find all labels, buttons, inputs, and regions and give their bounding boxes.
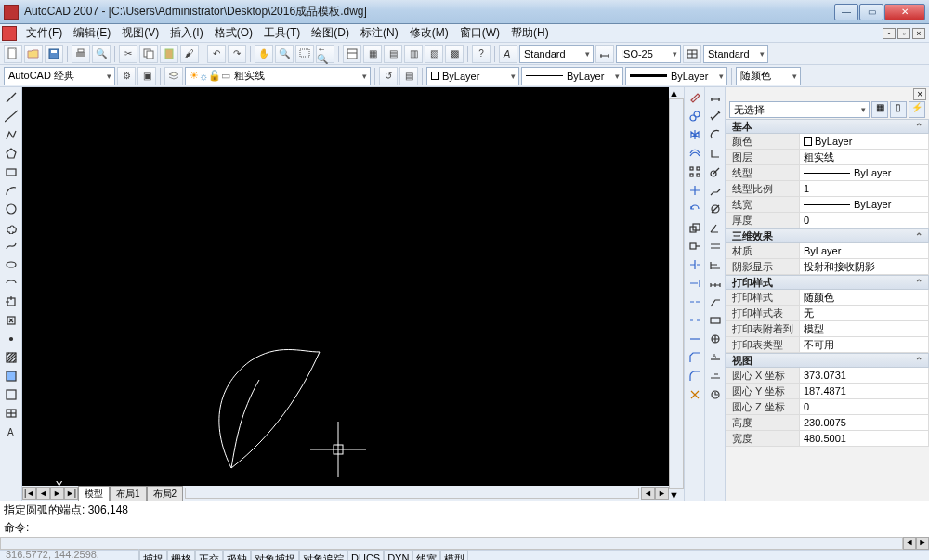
polygon-icon[interactable] [2, 145, 20, 162]
workspace-settings-icon[interactable]: ⚙ [117, 67, 136, 85]
circle-icon[interactable] [2, 201, 20, 217]
dim-radius-icon[interactable] [706, 163, 725, 180]
point-icon[interactable] [2, 331, 20, 347]
scroll-down-icon[interactable]: ▼ [669, 489, 684, 501]
prop-color-value[interactable]: ByLayer [800, 134, 929, 150]
prop-ptable-value[interactable]: 无 [800, 306, 929, 321]
prop-ltype-value[interactable]: ByLayer [800, 165, 929, 181]
text-style-combo[interactable]: Standard [519, 45, 594, 63]
ellipse-arc-icon[interactable] [2, 275, 20, 292]
zoom-prev-icon[interactable]: ←🔍 [316, 45, 334, 63]
explode-icon[interactable] [686, 386, 704, 403]
status-toggle-DYN[interactable]: DYN [384, 550, 412, 560]
tolerance-icon[interactable] [706, 312, 725, 329]
menu-window[interactable]: 窗口(W) [454, 24, 505, 42]
section-plot[interactable]: 打印样式⌃ [726, 275, 929, 290]
mtext-icon[interactable]: A [2, 423, 20, 440]
array-icon[interactable] [686, 163, 704, 180]
command-input[interactable] [29, 520, 925, 536]
scroll-left-icon[interactable]: ◄ [641, 487, 655, 500]
scroll-right-icon[interactable]: ► [655, 487, 669, 500]
prop-pstyle-value[interactable]: 随颜色 [800, 290, 929, 306]
tab-last-icon[interactable]: ►| [64, 487, 78, 500]
dim-continue-icon[interactable] [706, 275, 725, 292]
menu-dimension[interactable]: 标注(N) [355, 24, 404, 42]
coordinates-readout[interactable]: 316.5772, 144.2598, 0.0000 [0, 549, 139, 561]
dim-baseline-icon[interactable] [706, 256, 725, 273]
move-icon[interactable] [686, 182, 704, 199]
sheet-set-icon[interactable]: ▥ [404, 45, 423, 63]
join-icon[interactable] [686, 331, 704, 347]
status-toggle-DUCS[interactable]: DUCS [347, 550, 384, 560]
menu-insert[interactable]: 插入(I) [164, 24, 208, 42]
qleader-icon[interactable] [706, 293, 725, 310]
erase-icon[interactable] [686, 89, 704, 106]
status-toggle-模型[interactable]: 模型 [440, 550, 468, 560]
tablestyle-icon[interactable] [683, 45, 701, 63]
mdi-icon[interactable] [2, 26, 17, 41]
copy-obj-icon[interactable] [686, 108, 704, 124]
scale-icon[interactable] [686, 219, 704, 236]
hatch-icon[interactable] [2, 349, 20, 366]
design-center-icon[interactable]: ▦ [363, 45, 382, 63]
dim-diameter-icon[interactable] [706, 201, 725, 217]
menu-format[interactable]: 格式(O) [209, 24, 258, 42]
pan-icon[interactable]: ✋ [255, 45, 273, 63]
break-at-icon[interactable] [686, 293, 704, 310]
plot-preview-icon[interactable]: 🔍 [92, 45, 111, 63]
rectangle-icon[interactable] [2, 163, 20, 180]
textstyle-icon[interactable]: A [499, 45, 517, 63]
redo-icon[interactable]: ↷ [228, 45, 246, 63]
open-icon[interactable] [24, 45, 43, 63]
stretch-icon[interactable] [686, 238, 704, 254]
dim-update-icon[interactable] [706, 386, 725, 403]
menu-file[interactable]: 文件(F) [20, 24, 68, 42]
zoom-window-icon[interactable] [295, 45, 314, 63]
chamfer-icon[interactable] [686, 349, 704, 366]
palette-close-icon[interactable]: × [913, 88, 926, 100]
dim-aligned-icon[interactable] [706, 108, 725, 124]
insert-block-icon[interactable] [2, 293, 20, 310]
xline-icon[interactable] [2, 108, 20, 124]
tab-layout2[interactable]: 布局2 [147, 486, 184, 501]
line-icon[interactable] [2, 89, 20, 106]
arc-icon[interactable] [2, 182, 20, 199]
gradient-icon[interactable] [2, 368, 20, 384]
prop-thickness-value[interactable]: 0 [800, 213, 929, 228]
status-toggle-对象捕捉[interactable]: 对象捕捉 [251, 550, 299, 560]
tool-palettes-icon[interactable]: ▤ [384, 45, 402, 63]
prop-lweight-value[interactable]: ByLayer [800, 197, 929, 213]
v-scrollbar[interactable]: ▲ ▼ [669, 87, 684, 501]
zoom-rt-icon[interactable]: 🔍 [275, 45, 294, 63]
revcloud-icon[interactable] [2, 219, 20, 236]
dim-edit-icon[interactable]: A [706, 349, 725, 366]
menu-tools[interactable]: 工具(T) [258, 24, 306, 42]
paste-icon[interactable] [160, 45, 178, 63]
status-toggle-栅格[interactable]: 栅格 [167, 550, 195, 560]
drawing-canvas[interactable]: Y X [22, 87, 669, 486]
layer-prop-icon[interactable] [164, 67, 183, 85]
prop-shadow-value[interactable]: 投射和接收阴影 [800, 259, 929, 275]
prop-cx-value[interactable]: 373.0731 [800, 368, 929, 384]
tab-layout1[interactable]: 布局1 [110, 486, 147, 501]
make-block-icon[interactable] [2, 312, 20, 329]
offset-icon[interactable] [686, 145, 704, 162]
menu-view[interactable]: 视图(V) [116, 24, 164, 42]
scroll-up-icon[interactable]: ▲ [669, 87, 684, 98]
dim-ordinate-icon[interactable] [706, 145, 725, 162]
dim-arc-icon[interactable] [706, 126, 725, 143]
dim-jogged-icon[interactable] [706, 182, 725, 199]
selection-combo[interactable]: 无选择 [729, 101, 870, 118]
undo-icon[interactable]: ↶ [207, 45, 226, 63]
trim-icon[interactable] [686, 256, 704, 273]
mirror-icon[interactable] [686, 126, 704, 143]
qdim-icon[interactable] [706, 238, 725, 254]
tab-first-icon[interactable]: |◄ [22, 487, 36, 500]
workspace-combo[interactable]: AutoCAD 经典 [4, 67, 115, 85]
close-button[interactable]: ✕ [884, 4, 925, 20]
menu-edit[interactable]: 编辑(E) [68, 24, 116, 42]
dimstyle-icon[interactable] [595, 45, 614, 63]
color-combo[interactable]: ByLayer [426, 67, 519, 85]
layer-prev-icon[interactable]: ↺ [379, 67, 398, 85]
tab-model[interactable]: 模型 [78, 486, 110, 501]
